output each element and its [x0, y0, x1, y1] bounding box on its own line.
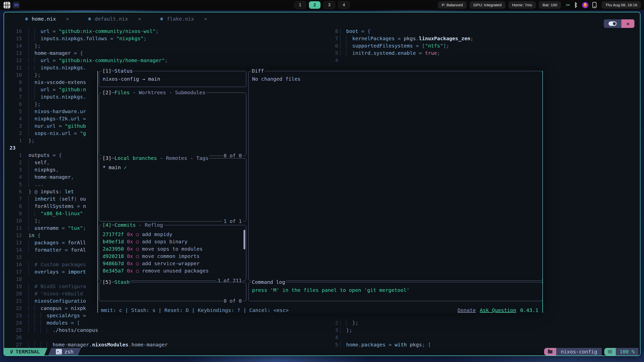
commit-row[interactable]: 2a23950 0x ○ move sops to modules: [103, 245, 243, 253]
panel-command-log[interactable]: Command log press 'M' in the files panel…: [248, 282, 543, 301]
panel-status[interactable]: [1]─Status nixos-config → main: [99, 71, 246, 87]
app-launcher-icon[interactable]: [4, 2, 10, 9]
diff-content: No changed files: [249, 71, 542, 83]
editor-statusbar: VTERMINAL >_zsh nixos-config 100 %: [4, 348, 640, 355]
commit-node-icon: ○: [136, 253, 139, 259]
editor-tabbar: ❄home.nix×❄default.nix×❄flake.nix×: [25, 15, 207, 23]
editor-tab[interactable]: ❄home.nix×: [25, 15, 69, 23]
panel-files-title: [2]─Files - Worktrees - Submodules: [102, 89, 206, 96]
arrow-icon: →: [142, 76, 145, 82]
clock[interactable]: Thu Aug 08, 18:16: [601, 1, 641, 9]
workspace-button[interactable]: 2: [309, 1, 320, 9]
status-pill: Bat: 100: [539, 1, 561, 9]
code-line: 14▏ };: [4, 42, 168, 50]
workspace-button[interactable]: 4: [338, 1, 350, 9]
panel-diff[interactable]: Diff No changed files: [248, 71, 543, 281]
code-line: 7▏ ▏ kernelPackages = pkgs.linuxPackages…: [328, 35, 473, 42]
folder-icon: [548, 350, 552, 353]
code-line: 13▏ home-manager = {: [4, 50, 168, 57]
panel-commits[interactable]: [4]─Commits - Reflog 2717f2f 0x ○ add mo…: [99, 225, 246, 281]
code-line: 8▏ boot = {: [328, 28, 473, 35]
panel-stash[interactable]: [5]─Stash 0 of 0: [99, 282, 246, 301]
status-pill: P: Balanced: [438, 1, 467, 9]
panel-tab[interactable]: Submodules: [175, 89, 205, 96]
panel-tab[interactable]: Stash: [114, 279, 130, 285]
code-line: 26: [4, 334, 168, 341]
editor-tab[interactable]: ❄default.nix×: [88, 15, 141, 23]
panel-tab[interactable]: Remotes: [166, 155, 187, 161]
folder-segment: [544, 348, 556, 355]
close-button[interactable]: ×: [621, 19, 634, 28]
panel-branches-title: [3]─Local branches - Remotes - Tags: [102, 155, 209, 162]
lazygit-popup: [1]─Status nixos-config → main [2]─Files…: [97, 71, 543, 313]
panel-tab[interactable]: Worktrees: [139, 89, 166, 96]
code-line: 15▏ ▏ inputs.nixpkgs.follows = "nixpkgs"…: [4, 35, 168, 42]
close-icon: ×: [626, 20, 629, 27]
tab-close-icon[interactable]: ×: [204, 15, 207, 23]
code-line: 6▏ ▏ supportedFilesystems = ["ntfs"];: [328, 42, 473, 50]
panel-branches[interactable]: [3]─Local branches - Remotes - Tags * ma…: [99, 158, 246, 221]
donate-link[interactable]: Donate: [458, 307, 476, 314]
commit-row[interactable]: 2717f2f 0x ○ add mopidy: [103, 231, 243, 238]
panel-tab[interactable]: Commits: [114, 222, 136, 228]
code-line: 5▏ home.packages = with pkgs; [: [328, 341, 473, 348]
code-line: 4: [328, 57, 473, 64]
panel-tab[interactable]: Local branches: [114, 155, 157, 161]
commit-row[interactable]: d920218 0x ○ move common imports: [103, 253, 243, 260]
editor-tab[interactable]: ❄flake.nix×: [160, 15, 207, 23]
code-line: 11▏ ▏ inputs.nixpkgs.: [4, 64, 168, 71]
pin-toggle-button[interactable]: [604, 19, 621, 28]
tab-name: default.nix: [95, 15, 128, 23]
status-pill: GPU: Integrated: [470, 1, 505, 9]
list-segment: [604, 348, 616, 355]
branches-count: 1 of 1: [222, 218, 243, 225]
commit-row[interactable]: 9486b7d 0x ○ add service-wrapper: [103, 260, 243, 267]
bluetooth-icon[interactable]: [574, 2, 578, 8]
window-manager-icon[interactable]: $N: [13, 2, 20, 9]
status-pill: Home: 7ms: [508, 1, 536, 9]
ask-question-link[interactable]: Ask Question: [480, 307, 516, 314]
scissors-icon[interactable]: ✂: [566, 3, 570, 8]
workspaces: 1234: [294, 0, 350, 10]
panel-files[interactable]: [2]─Files - Worktrees - Submodules 0 of …: [99, 93, 246, 156]
panel-commits-title: [4]─Commits - Reflog: [102, 221, 164, 229]
toggle-icon: [609, 21, 617, 26]
commit-node-icon: ○: [136, 246, 139, 252]
workspace-button[interactable]: 3: [324, 1, 335, 9]
window-controls: ×: [604, 19, 634, 28]
lazygit-version: 0.43.1: [520, 307, 538, 314]
panel-tab[interactable]: Files: [114, 89, 130, 96]
commit-node-icon: ○: [136, 231, 139, 237]
code-line: 2▏ ▏ };: [328, 319, 473, 327]
mode-label: TERMINAL: [16, 348, 40, 355]
panel-tab[interactable]: Tags: [196, 155, 208, 161]
code-line: 5▏ ▏ initrd.systemd.enable = true;: [328, 50, 473, 57]
flame-icon[interactable]: [582, 2, 588, 8]
topbar-right-group: P: BalancedGPU: IntegratedHome: 7msBat: …: [438, 1, 644, 9]
mode-segment: VTERMINAL: [4, 348, 47, 355]
phone-icon[interactable]: [592, 2, 596, 8]
panel-tab[interactable]: Reflog: [145, 222, 163, 228]
workspace-button[interactable]: 1: [294, 1, 306, 9]
panel-stash-title: [5]─Stash: [102, 279, 130, 286]
lazygit-keybar: mmit: c | Stash: s | Reset: D | Keybindi…: [101, 307, 538, 314]
code-line: 12▏ ▏ url = "github:nix-community/home-m…: [4, 57, 168, 64]
commits-scrollbar[interactable]: [244, 230, 245, 249]
check-icon: ✓: [124, 164, 127, 170]
commit-row[interactable]: 8e345a7 0x ○ remove unused packages: [103, 267, 243, 275]
tab-close-icon[interactable]: ×: [138, 15, 141, 23]
keybindings-hint: mmit: c | Stash: s | Reset: D | Keybindi…: [101, 307, 289, 314]
tab-name: home.nix: [32, 15, 56, 23]
tab-close-icon[interactable]: ×: [66, 15, 69, 23]
repo-name: nixos-config: [556, 348, 602, 355]
tab-name: flake.nix: [167, 15, 194, 23]
commit-node-icon: ○: [136, 268, 139, 274]
nix-icon: ❄: [88, 15, 91, 23]
code-line: 3▏ };: [328, 327, 473, 334]
commit-node-icon: ○: [136, 239, 139, 245]
panel-status-title: [1]─Status: [102, 67, 133, 75]
scroll-percent: 100 %: [616, 348, 638, 355]
commit-node-icon: ○: [136, 260, 139, 266]
commit-row[interactable]: b49ef1d 0x ○ add sops binary: [103, 238, 243, 245]
panel-diff-title: Diff: [251, 67, 265, 75]
